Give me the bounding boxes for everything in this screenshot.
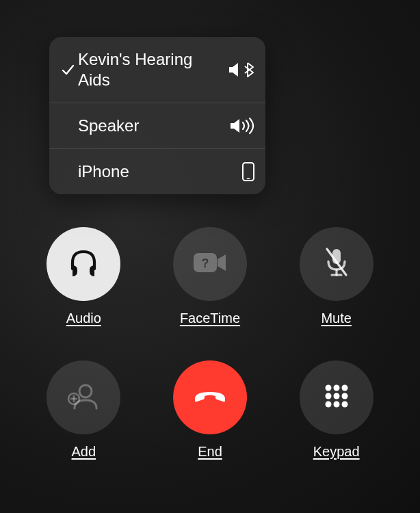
audio-route-label: Kevin's Hearing Aids: [78, 49, 226, 90]
audio-route-hearing-aids[interactable]: Kevin's Hearing Aids: [49, 37, 265, 103]
svg-point-13: [333, 385, 339, 391]
mute-button-wrapper: Mute: [295, 227, 378, 326]
svg-text:?: ?: [201, 256, 209, 270]
keypad-dots-icon: [321, 381, 352, 414]
end-button-wrapper: End: [169, 360, 252, 460]
audio-route-iphone[interactable]: iPhone: [49, 149, 265, 194]
audio-route-label: Speaker: [78, 116, 226, 136]
facetime-question-icon: ?: [190, 249, 230, 279]
svg-point-18: [325, 402, 331, 408]
audio-route-label: iPhone: [78, 161, 226, 182]
svg-rect-1: [247, 178, 250, 179]
mic-slash-icon: [320, 245, 353, 283]
phone-down-icon: [191, 388, 229, 407]
facetime-button-wrapper: ? FaceTime: [169, 227, 252, 326]
keypad-button-wrapper: Keypad: [295, 360, 378, 460]
svg-point-12: [325, 385, 331, 391]
keypad-button[interactable]: [300, 360, 373, 434]
add-button[interactable]: [47, 360, 120, 434]
audio-button[interactable]: [47, 227, 120, 301]
audio-button-wrapper: Audio: [42, 227, 125, 326]
speaker-waves-icon: [226, 116, 256, 135]
svg-point-19: [333, 402, 339, 408]
svg-point-20: [341, 402, 347, 408]
add-button-wrapper: Add: [42, 360, 125, 460]
add-person-icon: [65, 380, 102, 415]
facetime-label: FaceTime: [180, 311, 240, 326]
iphone-icon: [226, 161, 256, 182]
svg-point-8: [79, 385, 92, 397]
facetime-button[interactable]: ?: [173, 227, 247, 301]
end-label: End: [198, 444, 222, 460]
keypad-label: Keypad: [313, 444, 360, 460]
audio-route-speaker[interactable]: Speaker: [49, 103, 265, 149]
speaker-bluetooth-icon: [226, 60, 256, 79]
svg-point-16: [333, 393, 339, 399]
svg-point-15: [325, 393, 331, 399]
add-label: Add: [72, 444, 96, 460]
svg-point-14: [341, 385, 347, 391]
end-button[interactable]: [173, 360, 247, 434]
check-icon: [57, 63, 78, 77]
audio-label: Audio: [66, 311, 101, 326]
mute-label: Mute: [321, 311, 351, 326]
call-button-grid: Audio ? FaceTime: [0, 227, 420, 460]
svg-point-17: [341, 393, 347, 399]
mute-button[interactable]: [300, 227, 373, 301]
headphones-icon: [65, 244, 102, 284]
audio-route-popup: Kevin's Hearing Aids Speaker iPhone: [49, 37, 265, 194]
